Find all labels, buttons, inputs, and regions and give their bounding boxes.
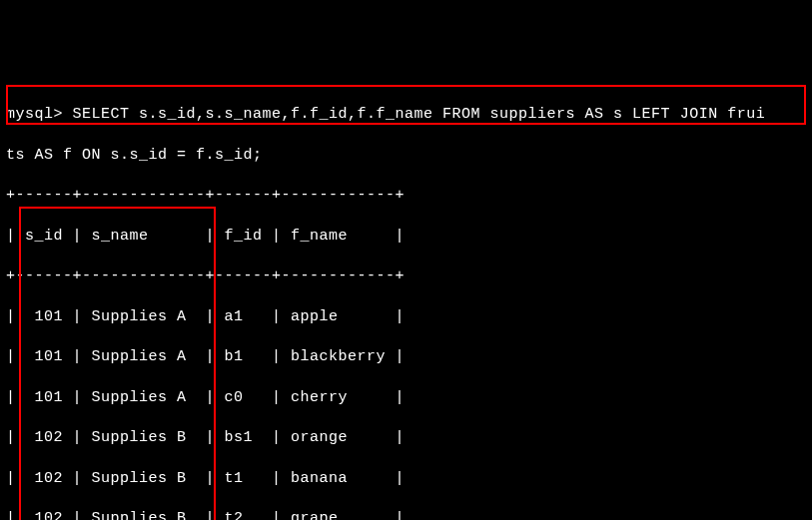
query-line-2: ts AS f ON s.s_id = f.s_id;: [6, 146, 806, 166]
table-row: | 102 | Supplies B | t1 | banana |: [6, 469, 806, 489]
table-row: | 101 | Supplies A | b1 | blackberry |: [6, 347, 806, 367]
table-row: | 102 | Supplies B | t2 | grape |: [6, 509, 806, 520]
sql-query-part1: SELECT s.s_id,s.s_name,f.f_id,f.f_name F…: [73, 106, 766, 123]
table-header: | s_id | s_name | f_id | f_name |: [6, 227, 806, 247]
query-line-1: mysql> SELECT s.s_id,s.s_name,f.f_id,f.f…: [6, 105, 806, 125]
table-row: | 101 | Supplies A | a1 | apple |: [6, 307, 806, 327]
table-border-mid: +------+-------------+------+-----------…: [6, 266, 806, 286]
table-border-top: +------+-------------+------+-----------…: [6, 186, 806, 206]
terminal-output: mysql> SELECT s.s_id,s.s_name,f.f_id,f.f…: [6, 85, 806, 520]
mysql-prompt: mysql>: [6, 106, 63, 123]
table-row: | 102 | Supplies B | bs1 | orange |: [6, 428, 806, 448]
table-row: | 101 | Supplies A | c0 | cherry |: [6, 388, 806, 408]
